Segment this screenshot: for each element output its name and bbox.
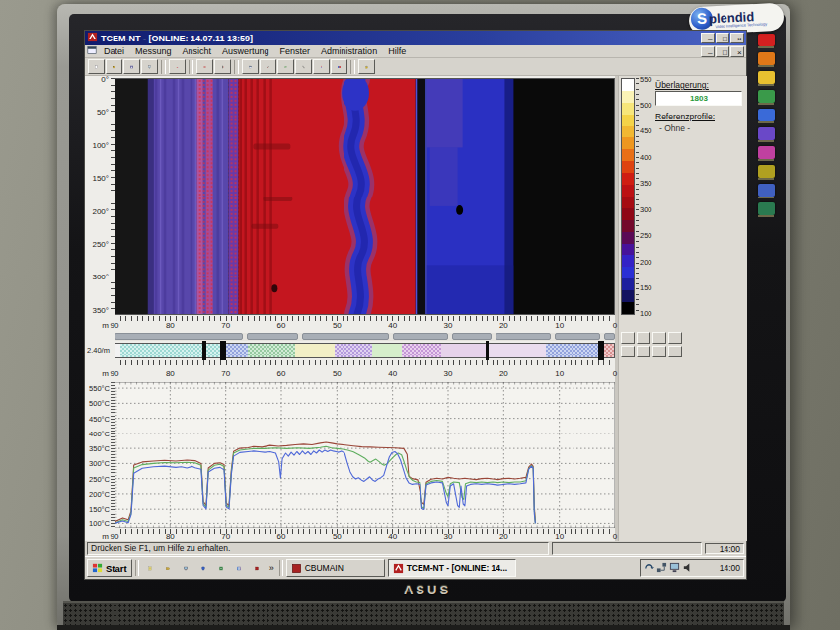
tick-label: 300° [85,273,109,281]
zone-segment[interactable] [546,344,598,357]
zone-scrollbar-segment[interactable] [115,333,243,340]
camera-button[interactable] [652,346,666,357]
quicklaunch-app-yellow[interactable] [142,560,158,576]
tray-sync[interactable] [644,562,654,575]
taskbar: Start W » CBUMAINTCEM-NT - [ONLINE: 14..… [85,556,746,579]
tray-net[interactable] [656,562,667,575]
quicklaunch-monitor[interactable] [178,560,193,576]
minimize-button[interactable]: – [701,46,715,57]
bezel-sticker [758,184,775,199]
taskbar-task-cbumain[interactable]: CBUMAIN [286,559,385,577]
bezel-sticker [758,165,775,181]
tick-label: 30 [440,532,456,541]
zone-segment[interactable] [295,344,335,357]
zone-segment[interactable] [489,344,546,357]
menu-item-messung[interactable]: Messung [130,46,177,56]
bezel-sticker-icon [758,34,775,46]
task-label: CBUMAIN [305,563,344,573]
menu-item-hilfe[interactable]: Hilfe [383,46,411,56]
zone-scrollbar-segment[interactable] [496,333,551,340]
bezel-sticker-caption [758,159,774,161]
camera-button[interactable] [621,346,635,357]
quicklaunch-open[interactable] [160,560,176,576]
bezel-sticker-caption [758,121,774,123]
zone-segment[interactable] [206,344,220,357]
preview-icon [148,61,151,73]
tick-label: 50 [329,532,344,541]
chart-x-labels-top: m9080706050403020100 [85,369,615,379]
menu-item-auswertung[interactable]: Auswertung [217,46,274,56]
save-button[interactable] [123,59,140,74]
zone-segment[interactable] [226,344,249,357]
palette-button[interactable] [331,59,347,74]
zone-segment[interactable] [604,344,614,357]
toolbar-separator [234,60,239,74]
preview-button[interactable] [141,59,158,74]
tick-label: 350 [640,179,661,188]
overlay-field[interactable]: 1803 [655,91,742,106]
menu-item-administration[interactable]: Administration [316,46,382,56]
profile-button[interactable] [260,59,276,74]
close-button[interactable]: × [730,46,744,57]
bezel-sticker [758,34,775,49]
menu-item-ansicht[interactable]: Ansicht [178,46,217,56]
bezel-sticker-icon [758,52,775,65]
bezel-sticker-caption [758,65,774,67]
chart-button[interactable] [277,59,294,74]
monitor-icon [184,562,188,575]
minimize-button[interactable]: – [701,33,715,43]
stack-button[interactable] [313,59,330,74]
open-button[interactable] [106,59,122,74]
zone-scrollbar-segment[interactable] [555,333,600,340]
color-scale-ticks [636,78,639,315]
new-button[interactable] [88,59,105,74]
restore-button[interactable]: □ [716,46,729,57]
lock-button[interactable] [358,59,375,74]
marker-red-button[interactable] [668,332,682,344]
menu-item-datei[interactable]: Datei [99,46,129,56]
camera-button[interactable] [668,346,682,357]
pen-red-button[interactable] [637,332,650,344]
quicklaunch-word[interactable]: W [231,560,247,576]
zone-segment[interactable] [335,344,372,357]
zone-segment[interactable] [248,344,295,357]
bezel-sticker-caption [758,215,774,217]
camera-button[interactable] [637,346,650,357]
zone-scrollbar-segment[interactable] [302,333,389,340]
delete-button[interactable] [196,59,213,74]
marker-button[interactable] [214,59,231,74]
zone-segment[interactable] [402,344,441,357]
stack-icon [320,61,323,73]
green-ind-button[interactable] [652,332,666,344]
taskbar-separator [279,560,283,576]
tick-label: 200 [640,258,661,267]
restore-button[interactable]: □ [716,33,729,43]
zone-segment[interactable] [120,344,202,357]
help-button[interactable]: ? [169,59,186,74]
taskbar-task-tcem[interactable]: TCEM-NT - [ONLINE: 14... [388,559,516,577]
tick-label: 60 [273,321,289,330]
curve-button[interactable] [295,59,312,74]
quicklaunch-app-red[interactable] [249,560,265,576]
quick-launch-overflow[interactable]: » [267,563,276,573]
zone-scrollbar-segment[interactable] [393,333,448,340]
tick-label: 150 [640,283,661,292]
window-button[interactable] [242,59,259,74]
tray-speaker[interactable] [682,562,693,575]
quicklaunch-shield[interactable] [195,560,211,576]
delete-icon [203,61,206,73]
close-button[interactable]: × [730,33,744,43]
zone-scrollbar-segment[interactable] [247,333,298,340]
tray-monitor[interactable] [669,562,680,575]
zone-segment[interactable] [372,344,402,357]
zone-scrollbar-segment[interactable] [452,333,492,340]
pen-black-button[interactable] [621,332,635,344]
start-button[interactable]: Start [87,559,132,577]
tick-label: 250° [85,240,109,249]
new-icon [95,61,98,73]
zone-scrollbar-segment[interactable] [604,333,615,340]
zone-segment[interactable] [441,344,486,357]
quicklaunch-excel[interactable] [213,560,229,576]
menu-item-fenster[interactable]: Fenster [275,46,316,56]
mini-toolbar-row2 [621,346,682,357]
